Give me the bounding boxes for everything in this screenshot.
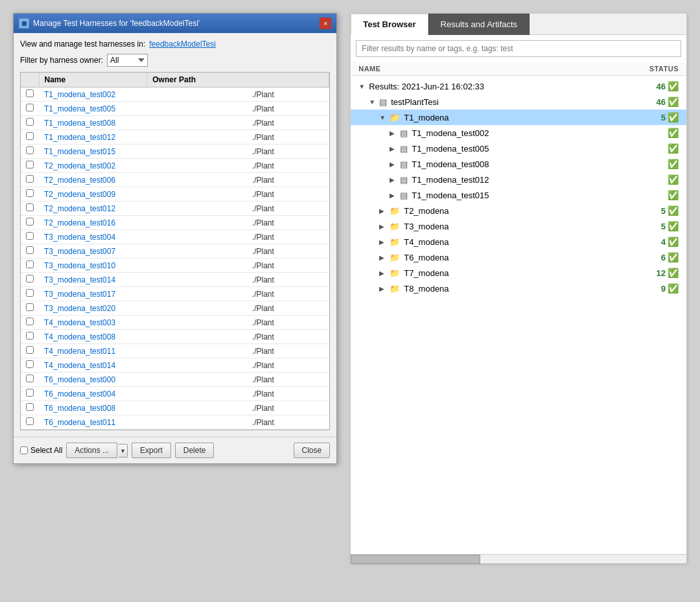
tree-t8modena-row[interactable]: ▶ 📁 T8_modena 9 ✅ bbox=[351, 281, 686, 296]
table-row[interactable]: T4_modena_test003 ./Plant bbox=[21, 316, 329, 330]
row-checkbox[interactable] bbox=[26, 132, 34, 140]
row-name: T3_modena_test010 bbox=[39, 259, 247, 273]
root-count: 46 bbox=[657, 82, 666, 91]
tree-root-row[interactable]: ▼ Results: 2021-Jun-21 16:02:33 46 ✅ bbox=[351, 78, 686, 94]
tab-test-browser[interactable]: Test Browser bbox=[351, 14, 428, 35]
t8modena-dot: ✅ bbox=[668, 283, 679, 294]
table-row[interactable]: T1_modena_test002 ./Plant bbox=[21, 87, 329, 102]
delete-button[interactable]: Delete bbox=[175, 443, 215, 458]
table-row[interactable]: T2_modena_test016 ./Plant bbox=[21, 216, 329, 230]
actions-dropdown-button[interactable]: ▾ bbox=[119, 444, 128, 457]
t1test005-chevron: ▶ bbox=[390, 145, 397, 152]
row-checkbox[interactable] bbox=[26, 89, 34, 97]
row-checkbox[interactable] bbox=[26, 246, 34, 254]
close-button[interactable]: Close bbox=[294, 443, 331, 458]
row-name: T6_modena_test000 bbox=[39, 373, 247, 387]
row-owner: ./Plant bbox=[247, 387, 329, 401]
row-checkbox[interactable] bbox=[26, 289, 34, 297]
row-checkbox[interactable] bbox=[26, 203, 34, 211]
table-row[interactable]: T2_modena_test012 ./Plant bbox=[21, 202, 329, 216]
tree-t2modena-row[interactable]: ▶ 📁 T2_modena 5 ✅ bbox=[351, 203, 686, 218]
row-checkbox[interactable] bbox=[26, 332, 34, 340]
row-owner: ./Plant bbox=[247, 230, 329, 244]
row-checkbox[interactable] bbox=[26, 346, 34, 354]
table-row[interactable]: T6_modena_test000 ./Plant bbox=[21, 373, 329, 387]
t1modena-label: T1_modena bbox=[404, 113, 659, 122]
table-row[interactable]: T1_modena_test015 ./Plant bbox=[21, 145, 329, 159]
t1test005-dot: ✅ bbox=[668, 143, 679, 154]
table-row[interactable]: T1_modena_test008 ./Plant bbox=[21, 116, 329, 130]
table-row[interactable]: T1_modena_test012 ./Plant bbox=[21, 130, 329, 145]
row-checkbox[interactable] bbox=[26, 232, 34, 240]
table-row[interactable]: T4_modena_test008 ./Plant bbox=[21, 330, 329, 344]
tree-t4modena-row[interactable]: ▶ 📁 T4_modena 4 ✅ bbox=[351, 234, 686, 249]
export-button[interactable]: Export bbox=[132, 443, 171, 458]
select-all-checkbox[interactable] bbox=[20, 446, 28, 454]
row-checkbox[interactable] bbox=[26, 218, 34, 226]
row-checkbox[interactable] bbox=[26, 175, 34, 183]
row-checkbox[interactable] bbox=[26, 403, 34, 411]
table-row[interactable]: T3_modena_test014 ./Plant bbox=[21, 273, 329, 287]
tree-testplanttesi-row[interactable]: ▼ ▤ testPlantTesi 46 ✅ bbox=[351, 94, 686, 110]
table-row[interactable]: T3_modena_test007 ./Plant bbox=[21, 244, 329, 259]
table-scroll-body[interactable]: T1_modena_test002 ./Plant T1_modena_test… bbox=[21, 87, 329, 430]
row-name: T1_modena_test002 bbox=[39, 87, 247, 102]
row-checkbox[interactable] bbox=[26, 318, 34, 325]
table-row[interactable]: T2_modena_test006 ./Plant bbox=[21, 173, 329, 187]
row-checkbox[interactable] bbox=[26, 118, 34, 126]
row-checkbox[interactable] bbox=[26, 260, 34, 268]
table-row[interactable]: T2_modena_test002 ./Plant bbox=[21, 159, 329, 173]
table-row[interactable]: T6_modena_test008 ./Plant bbox=[21, 401, 329, 415]
row-checkbox[interactable] bbox=[26, 360, 34, 368]
tree-t1test005-row[interactable]: ▶ ▤ T1_modena_test005 ✅ bbox=[351, 141, 686, 156]
model-link[interactable]: feedbackModelTesi bbox=[149, 40, 216, 49]
filter-owner-select[interactable]: All Me Others bbox=[107, 54, 148, 67]
tree-t6modena-row[interactable]: ▶ 📁 T6_modena 6 ✅ bbox=[351, 249, 686, 265]
root-label: Results: 2021-Jun-21 16:02:33 bbox=[369, 82, 653, 91]
tree-t7modena-row[interactable]: ▶ 📁 T7_modena 12 ✅ bbox=[351, 265, 686, 281]
row-name: T6_modena_test008 bbox=[39, 401, 247, 415]
scrollbar-thumb[interactable] bbox=[351, 555, 480, 564]
dialog-titlebar: ▣ Manage Test Harnesses for 'feedbackMod… bbox=[14, 14, 336, 33]
tree-t1test012-row[interactable]: ▶ ▤ T1_modena_test012 ✅ bbox=[351, 172, 686, 187]
table-row[interactable]: T3_modena_test004 ./Plant bbox=[21, 230, 329, 244]
t1modena-status-dot: ✅ bbox=[668, 112, 679, 122]
tree-t1test015-row[interactable]: ▶ ▤ T1_modena_test015 ✅ bbox=[351, 187, 686, 203]
dialog-close-button[interactable]: × bbox=[320, 17, 331, 29]
table-row[interactable]: T2_modena_test009 ./Plant bbox=[21, 187, 329, 202]
tab-results-artifacts[interactable]: Results and Artifacts bbox=[428, 14, 530, 35]
tree-t1test008-row[interactable]: ▶ ▤ T1_modena_test008 ✅ bbox=[351, 156, 686, 172]
row-checkbox[interactable] bbox=[26, 189, 34, 197]
row-checkbox[interactable] bbox=[26, 303, 34, 311]
t6modena-chevron: ▶ bbox=[379, 254, 387, 261]
t1test012-status: ✅ bbox=[668, 174, 679, 185]
row-owner: ./Plant bbox=[247, 358, 329, 373]
row-checkbox[interactable] bbox=[26, 275, 34, 283]
row-checkbox[interactable] bbox=[26, 375, 34, 382]
tree-t1modena-row[interactable]: ▼ 📁 T1_modena 5 ✅ bbox=[351, 110, 686, 125]
table-row[interactable]: T6_modena_test011 ./Plant bbox=[21, 415, 329, 430]
filter-results-input[interactable] bbox=[356, 40, 681, 57]
t1test002-chevron: ▶ bbox=[390, 130, 397, 137]
table-row[interactable]: T3_modena_test020 ./Plant bbox=[21, 301, 329, 316]
row-checkbox[interactable] bbox=[26, 389, 34, 397]
table-row[interactable]: T6_modena_test004 ./Plant bbox=[21, 387, 329, 401]
row-checkbox[interactable] bbox=[26, 417, 34, 425]
actions-button[interactable]: Actions ... bbox=[66, 443, 117, 458]
row-checkbox[interactable] bbox=[26, 104, 34, 111]
t6modena-label: T6_modena bbox=[404, 253, 659, 262]
row-owner: ./Plant bbox=[247, 116, 329, 130]
row-checkbox[interactable] bbox=[26, 161, 34, 168]
filter-row: Filter by harness owner: All Me Others bbox=[20, 54, 330, 67]
t3modena-label: T3_modena bbox=[404, 222, 659, 231]
table-row[interactable]: T4_modena_test011 ./Plant bbox=[21, 344, 329, 358]
table-row[interactable]: T1_modena_test005 ./Plant bbox=[21, 102, 329, 116]
actions-button-group: Actions ... ▾ bbox=[66, 443, 128, 458]
table-row[interactable]: T4_modena_test014 ./Plant bbox=[21, 358, 329, 373]
table-row[interactable]: T3_modena_test010 ./Plant bbox=[21, 259, 329, 273]
horizontal-scrollbar[interactable] bbox=[351, 554, 686, 563]
row-checkbox[interactable] bbox=[26, 146, 34, 154]
tree-t1test002-row[interactable]: ▶ ▤ T1_modena_test002 ✅ bbox=[351, 125, 686, 141]
tree-t3modena-row[interactable]: ▶ 📁 T3_modena 5 ✅ bbox=[351, 218, 686, 234]
table-row[interactable]: T3_modena_test017 ./Plant bbox=[21, 287, 329, 301]
